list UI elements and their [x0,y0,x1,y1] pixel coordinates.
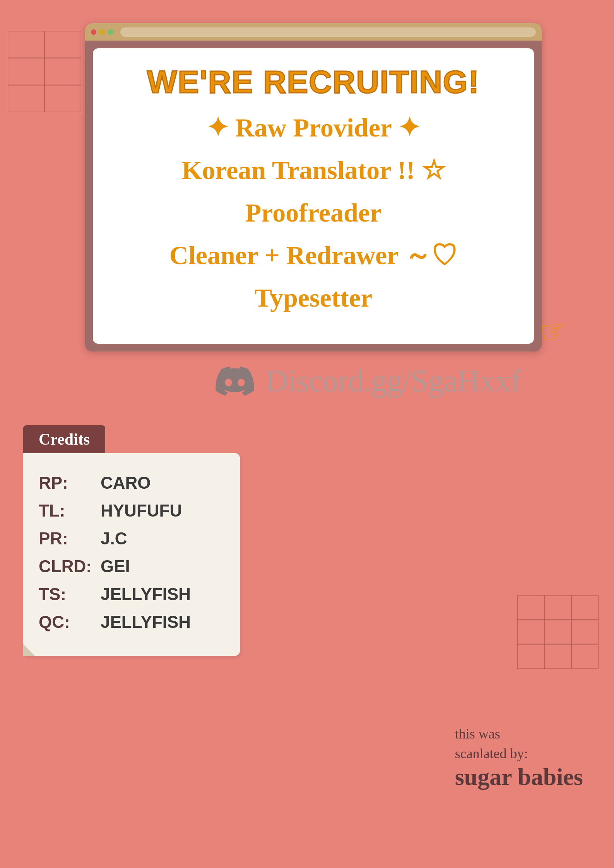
credit-row-rp: RP: CARO [39,473,224,493]
scanlated-by-label: this was scanlated by: [455,724,583,763]
credit-label-qc: QC: [39,612,101,632]
credits-section: Credits RP: CARO TL: HYUFUFU PR: J.C CLR… [23,425,240,656]
credit-value-rp: CARO [101,473,151,493]
discord-icon [215,367,254,396]
role-typesetter: Typesetter [116,278,511,317]
credit-row-ts: TS: JELLYFISH [39,585,224,604]
credits-tab: Credits [23,425,105,453]
credit-label-rp: RP: [39,473,101,493]
credit-value-ts: JELLYFISH [101,585,191,604]
recruit-list: ✦ Raw Provider ✦ Korean Translator !! ☆ … [116,108,511,317]
discord-link[interactable]: Discord.gg/SgaHxxf [266,363,521,399]
credit-label-ts: TS: [39,585,101,604]
credit-row-pr: PR: J.C [39,529,224,548]
credit-label-tl: TL: [39,501,101,520]
role-raw-provider: ✦ Raw Provider ✦ [116,108,511,147]
browser-content: WE'RE RECRUITING! ✦ Raw Provider ✦ Korea… [93,48,534,344]
deco-grid-top-left: line { stroke: rgba(140,60,50,0.45); str… [8,31,81,112]
credit-label-pr: PR: [39,529,101,548]
recruiting-title: WE'RE RECRUITING! [116,64,511,100]
scanlated-section: this was scanlated by: sugar babies [455,724,583,791]
window-dot-green [108,29,113,35]
browser-titlebar [85,23,542,41]
window-dot-red [91,29,96,35]
credit-value-pr: J.C [101,529,127,548]
credit-row-tl: TL: HYUFUFU [39,501,224,520]
role-cleaner-redrawer: Cleaner + Redrawer ～♡ [116,235,511,275]
discord-section: Discord.gg/SgaHxxf [215,363,521,399]
credit-value-clrd: GEI [101,557,130,576]
credit-value-tl: HYUFUFU [101,501,182,520]
credit-row-clrd: CLRD: GEI [39,557,224,576]
browser-addressbar [120,27,536,37]
group-name: sugar babies [455,763,583,791]
credits-card: RP: CARO TL: HYUFUFU PR: J.C CLRD: GEI T… [23,453,240,656]
hand-cursor-icon: ☞ [537,311,570,351]
credit-row-qc: QC: JELLYFISH [39,612,224,632]
deco-grid-bottom-right: line { stroke: rgba(140,60,50,0.45); str… [517,595,599,669]
role-korean-translator: Korean Translator !! ☆ [116,150,511,190]
credit-label-clrd: CLRD: [39,557,101,576]
credit-value-qc: JELLYFISH [101,612,191,632]
browser-window: WE'RE RECRUITING! ✦ Raw Provider ✦ Korea… [85,23,542,351]
role-proofreader: Proofreader [116,193,511,232]
window-dot-yellow [99,29,105,35]
